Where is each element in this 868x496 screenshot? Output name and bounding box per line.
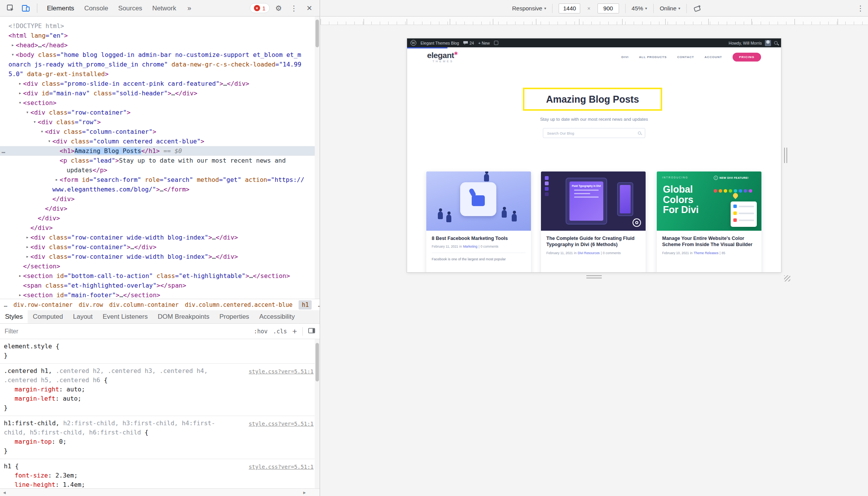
more-tabs-button[interactable]: »: [184, 4, 195, 12]
dom-tree-row[interactable]: </div>: [0, 223, 320, 233]
zoom-select[interactable]: 45% ▾: [632, 5, 647, 12]
tree-disclosure-arrow-icon[interactable]: ▸: [17, 88, 23, 98]
new-style-rule-button[interactable]: +: [292, 327, 297, 336]
toggle-computed-sidebar-icon[interactable]: [308, 328, 315, 335]
viewport-width-input[interactable]: 1440: [559, 3, 580, 13]
nav-item-divi[interactable]: DIVI: [621, 55, 629, 59]
dom-tree-row[interactable]: …<h1>Amazing Blog Posts</h1> == $0: [0, 146, 320, 156]
dom-tree-row[interactable]: </section>: [0, 261, 320, 271]
dom-tree-row[interactable]: </div>: [0, 213, 320, 223]
admin-bar-howdy[interactable]: Howdy, Will Morris: [729, 41, 762, 45]
dom-tree-row[interactable]: ▾<section>: [0, 98, 320, 108]
css-property[interactable]: margin-top: 0;: [4, 437, 316, 446]
breadcrumb-overflow-left[interactable]: …: [4, 301, 7, 308]
search-icon[interactable]: [638, 131, 641, 135]
scrollbar-thumb[interactable]: [315, 343, 319, 381]
sidebar-tab-styles[interactable]: Styles: [0, 310, 28, 323]
card-thumbnail-typography[interactable]: Fluid Typography in Divi: [541, 171, 646, 231]
devtools-tab-elements[interactable]: Elements: [42, 0, 79, 17]
dom-tree-row[interactable]: updates</p>: [0, 165, 320, 175]
post-comments-link[interactable]: 0 comments: [603, 251, 621, 255]
dom-tree-row[interactable]: </div>: [0, 204, 320, 213]
tree-disclosure-arrow-icon[interactable]: ▾: [46, 136, 52, 146]
toggle-hover-state-button[interactable]: :hov: [254, 328, 267, 335]
post-title[interactable]: The Complete Guide for Creating Fluid Ty…: [546, 235, 640, 248]
post-category-link[interactable]: Divi Resources: [578, 251, 599, 255]
dom-tree-row[interactable]: www.elegantthemes.com/blog/">…</form>: [0, 185, 320, 194]
horizontal-scrollbar[interactable]: ◄ ►: [0, 488, 320, 496]
viewport-resize-handle-bottom[interactable]: [586, 275, 602, 278]
inspect-element-icon[interactable]: [4, 2, 17, 15]
css-property[interactable]: margin-right: auto;: [4, 385, 316, 394]
sidebar-tab-event-listeners[interactable]: Event Listeners: [98, 310, 153, 323]
wordpress-logo-icon[interactable]: W: [411, 40, 416, 46]
viewport-resize-handle-right[interactable]: [784, 148, 787, 163]
breadcrumb-item[interactable]: div.row-container: [13, 301, 73, 308]
toggle-device-toolbar-icon[interactable]: [19, 2, 32, 15]
dom-row-more-icon[interactable]: …: [2, 146, 5, 156]
scrollbar-thumb[interactable]: [315, 20, 319, 47]
close-devtools-icon[interactable]: ×: [303, 2, 316, 15]
devtools-tab-network[interactable]: Network: [147, 0, 181, 17]
dom-tree-row[interactable]: ▾<div class="column-container">: [0, 127, 320, 136]
styles-filter-input[interactable]: Filter: [5, 328, 248, 335]
dom-tree-row[interactable]: ▸<div class="row-container">…</div>: [0, 242, 320, 252]
dom-tree-row[interactable]: ▾<div class="column centered accent-blue…: [0, 136, 320, 146]
nav-item-account[interactable]: ACCOUNT: [704, 55, 722, 59]
dom-tree-row[interactable]: ▸<div id="main-nav" class="solid-header"…: [0, 88, 320, 98]
tree-disclosure-arrow-icon[interactable]: ▾: [32, 117, 38, 127]
dom-tree-row[interactable]: onarch js-ready with_promo_slide_in chro…: [0, 60, 320, 69]
dom-tree-row[interactable]: </div>: [0, 194, 320, 204]
tree-disclosure-arrow-icon[interactable]: ▸: [24, 252, 30, 261]
dom-tree-row[interactable]: ▸<section id="bottom-call-to-action" cla…: [0, 271, 320, 281]
post-comments-link[interactable]: 0 comments: [481, 245, 498, 248]
viewport-height-input[interactable]: 900: [598, 3, 619, 13]
pricing-button[interactable]: PRICING: [733, 53, 761, 62]
sidebar-tab-layout[interactable]: Layout: [68, 310, 98, 323]
dom-tree-row[interactable]: ▸<div class="promo-slide-in accent-pink …: [0, 79, 320, 88]
dom-tree-row[interactable]: ▾<div class="row">: [0, 117, 320, 127]
css-property[interactable]: font-size: 2.3em;: [4, 471, 316, 480]
blog-card[interactable]: Fluid Typography in Divi The Complete Gu…: [541, 171, 646, 272]
admin-search-icon[interactable]: [774, 41, 778, 45]
throttling-select[interactable]: Online ▾: [660, 5, 680, 12]
device-type-select[interactable]: Responsive ▾: [512, 5, 546, 12]
device-toolbar-menu-kebab-icon[interactable]: ⋮: [857, 0, 864, 17]
css-property[interactable]: margin-left: auto;: [4, 394, 316, 403]
settings-gear-icon[interactable]: ⚙: [272, 2, 285, 15]
scroll-right-arrow-icon[interactable]: ►: [302, 490, 307, 495]
dom-tree-row[interactable]: <p class="lead">Stay up to date with our…: [0, 156, 320, 165]
dom-tree-row[interactable]: <!DOCTYPE html>: [0, 21, 320, 31]
sidebar-tab-dom-breakpoints[interactable]: DOM Breakpoints: [153, 310, 214, 323]
css-property[interactable]: line-height: 1.4em;: [4, 480, 316, 488]
blog-search-input[interactable]: Search Our Blog: [543, 128, 645, 138]
rotate-viewport-icon[interactable]: [693, 4, 701, 13]
tree-disclosure-arrow-icon[interactable]: ▸: [17, 271, 23, 281]
devtools-tab-console[interactable]: Console: [79, 0, 113, 17]
tree-disclosure-arrow-icon[interactable]: ▸: [24, 233, 30, 242]
admin-bar-extra-icon[interactable]: [494, 41, 498, 45]
elegant-themes-logo[interactable]: elegant✱ THEMES: [427, 51, 458, 63]
tree-disclosure-arrow-icon[interactable]: ▸: [17, 79, 23, 88]
tree-disclosure-arrow-icon[interactable]: ▸: [53, 175, 60, 185]
breadcrumb-item[interactable]: div.row: [79, 301, 103, 308]
tree-disclosure-arrow-icon[interactable]: ▸: [24, 242, 30, 252]
nav-item-contact[interactable]: CONTACT: [677, 55, 694, 59]
admin-bar-site-name[interactable]: Elegant Themes Blog: [421, 41, 459, 45]
sidebar-tab-properties[interactable]: Properties: [214, 310, 254, 323]
sidebar-tab-accessibility[interactable]: Accessibility: [254, 310, 300, 323]
tree-disclosure-arrow-icon[interactable]: ▸: [17, 290, 23, 299]
post-category-link[interactable]: Marketing: [463, 245, 477, 248]
avatar[interactable]: [765, 40, 771, 46]
blog-card[interactable]: 8 Best Facebook Marketing Tools February…: [426, 171, 531, 272]
admin-bar-comments[interactable]: 24: [463, 41, 474, 45]
breadcrumb-overflow-right[interactable]: …: [318, 301, 320, 308]
styles-scrollbar[interactable]: [315, 339, 320, 488]
breadcrumb-item[interactable]: div.column-container: [109, 301, 179, 308]
tree-disclosure-arrow-icon[interactable]: ▾: [17, 98, 23, 108]
dom-tree-row[interactable]: <span class="et-highlighted-overlay"></s…: [0, 281, 320, 290]
stylesheet-link[interactable]: style.css?ver=5.51:1: [249, 462, 314, 471]
post-title[interactable]: Manage Your Entire Website's Color Schem…: [662, 235, 756, 248]
breadcrumb-item[interactable]: div.column.centered.accent-blue: [185, 301, 292, 308]
blog-card[interactable]: INTRODUCING ! NEW DIVI FEATURE! Global C…: [657, 171, 761, 272]
